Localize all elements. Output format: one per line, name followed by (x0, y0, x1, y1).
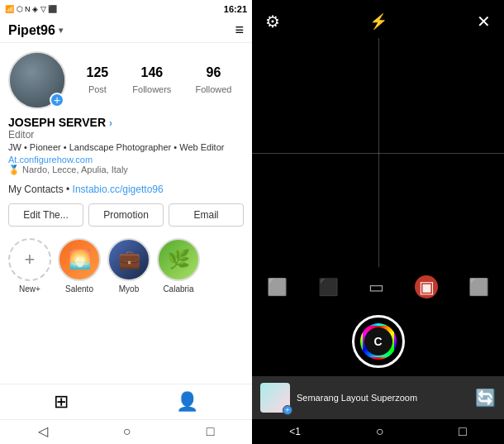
settings-icon[interactable]: ⚙ (265, 12, 280, 31)
instabio-link[interactable]: Instabio.cc/gigetto96 (73, 184, 164, 195)
close-icon[interactable]: ✕ (477, 12, 491, 31)
add-story-button[interactable]: + (50, 93, 64, 107)
logo-ring: C (360, 323, 397, 360)
story-item-new[interactable]: + New+ (8, 238, 51, 294)
camera-flip-icon[interactable]: 🔄 (475, 388, 496, 408)
cam-ctrl-5[interactable]: ⬜ (468, 277, 489, 297)
home-button-right[interactable]: ○ (376, 424, 384, 439)
stats-container: 125 Post 146 Followers 96 Followed (74, 64, 244, 95)
logo-inner: C (364, 327, 392, 356)
followers-count: 146 (132, 64, 171, 80)
profile-stats-row: + 125 Post 146 Followers 96 Followed (0, 43, 252, 114)
status-icons: 📶 ⬡ N ◈ ▽ ⬛ (5, 5, 57, 13)
story-item-salento[interactable]: 🌅 Salento (58, 238, 101, 294)
contacts-label: My Contacts • (8, 184, 69, 195)
stat-following[interactable]: 96 Followed (195, 64, 231, 95)
contacts-row: My Contacts • Instabio.cc/gigetto96 (0, 180, 252, 198)
notification-thumbnail: + (260, 383, 290, 413)
flash-icon[interactable]: ⚡ (369, 12, 388, 31)
logo-letter: C (373, 335, 382, 348)
viewfinder-vertical-line (378, 38, 379, 267)
status-bar-right: 16:21 (224, 4, 247, 14)
camera-notification-bar: + Semarang Layout Superzoom 🔄 (252, 376, 504, 419)
followers-label: Followers (132, 84, 171, 94)
cam-ctrl-2[interactable]: ⬛ (318, 277, 339, 297)
android-nav-left: ◁ ○ □ (0, 419, 252, 444)
action-buttons: Edit The... Promotion Email (0, 198, 252, 232)
story-label-new: New+ (19, 284, 40, 294)
profile-location: 🏅 Nardo, Lecce, Apulia, Italy (8, 165, 244, 175)
profile-link[interactable]: At.configurehow.com (8, 155, 244, 165)
username-text: Pipet96 (8, 23, 55, 38)
email-button[interactable]: Email (169, 203, 244, 227)
add-icon: + (25, 249, 36, 270)
story-label-myjob: Myob (119, 284, 139, 294)
status-time: 16:21 (224, 4, 247, 14)
story-circle-myjob: 💼 (107, 238, 150, 281)
cam-ctrl-1[interactable]: ⬜ (267, 277, 288, 297)
profile-info: JOSEPH SERVER › Editor JW • Pioneer • La… (0, 114, 252, 180)
camera-top-bar: ⚙ ⚡ ✕ (252, 0, 504, 38)
shutter-wrap: C (252, 307, 504, 376)
recents-button-right[interactable]: □ (459, 424, 467, 439)
nav-tagged-icon[interactable]: 👤 (176, 391, 198, 413)
story-label-salento: Salento (65, 284, 93, 294)
story-item-calabria[interactable]: 🌿 Calabria (157, 238, 200, 294)
stat-posts[interactable]: 125 Post (87, 64, 109, 95)
verified-icon: › (109, 117, 112, 129)
notification-dot: + (283, 405, 292, 415)
shutter-button[interactable]: C (352, 315, 405, 368)
recents-button-left[interactable]: □ (207, 424, 215, 439)
cam-ctrl-4[interactable]: ▣ (415, 275, 438, 298)
profile-name: JOSEPH SERVER › (8, 116, 244, 129)
status-bar-left: 📶 ⬡ N ◈ ▽ ⬛ (5, 5, 57, 13)
profile-header: Pipet96 ▾ ≡ (0, 18, 252, 43)
posts-label: Post (88, 84, 107, 94)
following-count: 96 (195, 64, 231, 80)
story-label-calabria: Calabria (163, 284, 193, 294)
cam-ctrl-3[interactable]: ▭ (368, 277, 384, 297)
profile-bio: JW • Pioneer • Landscape Photographer • … (8, 141, 244, 155)
nav-grid-icon[interactable]: ⊞ (54, 391, 69, 413)
story-circle-calabria: 🌿 (157, 238, 200, 281)
camera-viewfinder (252, 38, 504, 267)
notification-left: + Semarang Layout Superzoom (260, 383, 417, 413)
story-add-circle[interactable]: + (8, 238, 51, 281)
profile-role: Editor (8, 129, 244, 141)
name-text: JOSEPH SERVER (8, 116, 106, 129)
camera-panel: ⚙ ⚡ ✕ ⬜ ⬛ ▭ ▣ ⬜ C + Semarang Layout S (252, 0, 504, 444)
profile-username-row[interactable]: Pipet96 ▾ (8, 23, 63, 38)
home-button-left[interactable]: ○ (123, 424, 131, 439)
status-bar: 📶 ⬡ N ◈ ▽ ⬛ 16:21 (0, 0, 252, 18)
back-button-left[interactable]: ◁ (38, 423, 48, 439)
instagram-profile-panel: 📶 ⬡ N ◈ ▽ ⬛ 16:21 Pipet96 ▾ ≡ + 125 Post… (0, 0, 252, 444)
hamburger-menu-icon[interactable]: ≡ (235, 21, 244, 39)
avatar-wrap: + (8, 51, 66, 109)
promotion-button[interactable]: Promotion (88, 203, 164, 227)
following-label: Followed (195, 84, 231, 94)
camera-controls-row: ⬜ ⬛ ▭ ▣ ⬜ (252, 267, 504, 307)
username-dropdown-arrow[interactable]: ▾ (59, 26, 63, 35)
edit-profile-button[interactable]: Edit The... (8, 203, 83, 227)
notification-text: Semarang Layout Superzoom (297, 393, 417, 403)
bottom-nav: ⊞ 👤 (0, 384, 252, 419)
android-nav-right: <1 ○ □ (252, 419, 504, 444)
story-item-myjob[interactable]: 💼 Myob (107, 238, 150, 294)
zoom-level-text: <1 (289, 426, 301, 437)
posts-count: 125 (87, 64, 109, 80)
story-circle-salento: 🌅 (58, 238, 101, 281)
stat-followers[interactable]: 146 Followers (132, 64, 171, 95)
stories-row: + New+ 🌅 Salento 💼 Myob 🌿 Calabria (0, 232, 252, 300)
